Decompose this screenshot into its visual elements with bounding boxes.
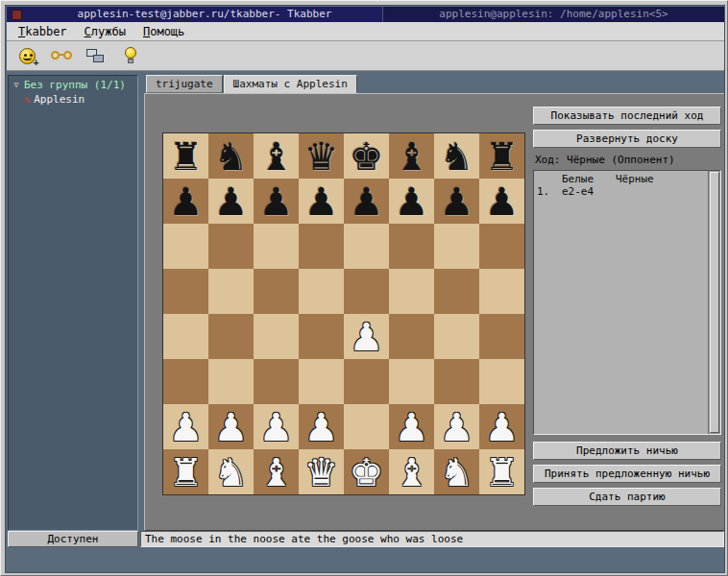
square-c6[interactable] [254, 224, 299, 269]
move-row[interactable]: 1.e2-e4 [537, 185, 705, 198]
add-contact-button[interactable]: + [14, 43, 39, 68]
square-a4[interactable] [163, 314, 208, 359]
square-a2[interactable]: ♟ [163, 404, 208, 449]
square-e6[interactable] [344, 224, 389, 269]
square-a6[interactable] [163, 224, 208, 269]
square-d1[interactable]: ♛ [299, 449, 344, 494]
square-b5[interactable] [208, 269, 254, 314]
black-pawn: ♟ [395, 182, 429, 221]
conference-button[interactable] [84, 43, 109, 68]
status-message[interactable]: The moose in the noose ate the goose who… [140, 531, 724, 547]
window-menu-icon[interactable] [12, 10, 22, 20]
square-c8[interactable]: ♝ [254, 133, 299, 179]
square-f7[interactable]: ♟ [389, 179, 434, 224]
titlebar[interactable]: applesin-test@jabber.ru/tkabber- Tkabber… [7, 7, 724, 22]
roster-group[interactable]: ▽ Без группы (1/1) [12, 79, 134, 91]
square-b8[interactable]: ♞ [208, 133, 254, 179]
taskbar-window-button[interactable]: applesin@applesin: /home/applesin<5> [382, 7, 724, 22]
square-f8[interactable]: ♝ [389, 133, 434, 179]
square-c7[interactable]: ♟ [254, 179, 299, 224]
move-list-rows: 1.e2-e4 [537, 185, 705, 198]
scrollbar-thumb[interactable] [710, 172, 719, 433]
square-b7[interactable]: ♟ [208, 179, 254, 224]
menu-help[interactable]: Помощь [134, 23, 193, 40]
group-expander-icon[interactable]: ▽ [12, 81, 21, 89]
tab-chess-with-applesin[interactable]: Шахматы с Applesin [224, 75, 357, 93]
black-rook: ♜ [485, 137, 520, 176]
square-e5[interactable] [344, 269, 389, 314]
offer-draw-button[interactable]: Предложить ничью [533, 442, 721, 460]
presence-status-button[interactable]: Доступен [8, 531, 138, 547]
square-c4[interactable] [254, 314, 299, 359]
square-b4[interactable] [208, 314, 254, 359]
show-last-move-button[interactable]: Показывать последний ход [533, 107, 721, 125]
square-d5[interactable] [299, 269, 344, 314]
square-e7[interactable]: ♟ [344, 179, 389, 224]
square-g5[interactable] [434, 269, 479, 314]
square-h7[interactable]: ♟ [479, 179, 524, 224]
square-a8[interactable]: ♜ [163, 133, 208, 179]
square-e3[interactable] [344, 359, 389, 404]
square-f5[interactable] [389, 269, 434, 314]
square-b3[interactable] [208, 359, 254, 404]
square-h2[interactable]: ♟ [479, 404, 524, 449]
roster-panel: ▽ Без группы (1/1) ✎Applesin [8, 75, 138, 531]
toolbar: + [7, 41, 724, 71]
square-e4[interactable]: ♟ [344, 314, 389, 359]
square-d2[interactable]: ♟ [299, 404, 344, 449]
square-f6[interactable] [389, 224, 434, 269]
square-g2[interactable]: ♟ [434, 404, 479, 449]
square-g8[interactable]: ♞ [434, 133, 479, 179]
square-f2[interactable]: ♟ [389, 404, 434, 449]
square-g4[interactable] [434, 314, 479, 359]
white-pawn: ♟ [259, 408, 294, 446]
groupchat-icon [86, 48, 106, 64]
square-f3[interactable] [389, 359, 434, 404]
square-d7[interactable]: ♟ [299, 179, 344, 224]
square-e1[interactable]: ♚ [344, 449, 389, 494]
square-g7[interactable]: ♟ [434, 179, 479, 224]
square-e8[interactable]: ♚ [344, 133, 389, 179]
square-h3[interactable] [479, 359, 524, 404]
services-button[interactable] [49, 43, 74, 68]
menu-tkabber[interactable]: Tkabber [10, 23, 76, 40]
square-a3[interactable] [163, 359, 208, 404]
square-b1[interactable]: ♞ [208, 449, 254, 494]
move-list-scrollbar[interactable] [708, 171, 720, 434]
square-a5[interactable] [163, 269, 208, 314]
white-rook: ♜ [485, 453, 520, 492]
square-a7[interactable]: ♟ [163, 179, 208, 224]
square-h8[interactable]: ♜ [479, 133, 524, 179]
square-a1[interactable]: ♜ [163, 449, 208, 494]
square-g3[interactable] [434, 359, 479, 404]
square-g6[interactable] [434, 224, 479, 269]
square-d6[interactable] [299, 224, 344, 269]
roster-contact-applesin[interactable]: ✎Applesin [12, 93, 134, 106]
square-d3[interactable] [299, 359, 344, 404]
square-h6[interactable] [479, 224, 524, 269]
square-c1[interactable]: ♝ [254, 449, 299, 494]
menu-services[interactable]: Службы [76, 23, 134, 40]
square-c3[interactable] [254, 359, 299, 404]
square-d8[interactable]: ♛ [299, 133, 344, 179]
square-b2[interactable]: ♟ [208, 404, 254, 449]
square-e2[interactable] [344, 404, 389, 449]
square-h1[interactable]: ♜ [479, 449, 524, 494]
square-c5[interactable] [254, 269, 299, 314]
square-g1[interactable]: ♞ [434, 449, 479, 494]
square-b6[interactable] [208, 224, 254, 269]
square-d4[interactable] [299, 314, 344, 359]
presence-button[interactable] [118, 43, 143, 68]
square-c2[interactable]: ♟ [254, 404, 299, 449]
square-f4[interactable] [389, 314, 434, 359]
square-f1[interactable]: ♝ [389, 449, 434, 494]
tab-trijugate[interactable]: trijugate [146, 75, 223, 93]
move-list[interactable]: Белые Чёрные 1.e2-e4 [533, 170, 721, 435]
chess-workarea: ♜♞♝♛♚♝♞♜♟♟♟♟♟♟♟♟♟♟♟♟♟♟♟♟♜♞♝♛♚♝♞♜ Показыв… [144, 93, 725, 531]
resign-button[interactable]: Сдать партию [533, 488, 721, 506]
square-h5[interactable] [479, 269, 524, 314]
flip-board-button[interactable]: Развернуть доску [533, 130, 721, 148]
square-h4[interactable] [479, 314, 524, 359]
white-pawn: ♟ [440, 408, 474, 446]
accept-draw-button[interactable]: Принять предложенную ничью [533, 465, 721, 483]
